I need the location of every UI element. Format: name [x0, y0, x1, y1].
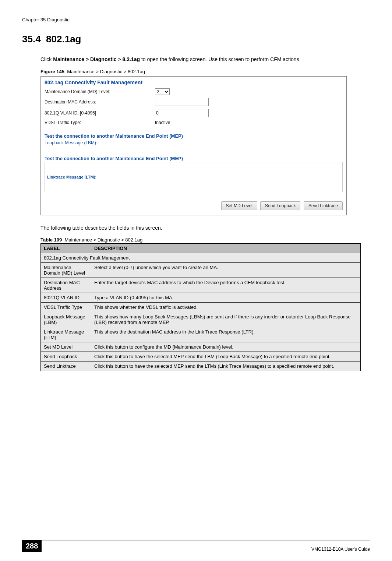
- vdsl-traffic-label: VDSL Traffic Type:: [45, 120, 155, 125]
- table-row: Maintenance Domain (MD) Level: [41, 263, 91, 278]
- table-row: This shows how many Loop Back Messages (…: [91, 312, 361, 327]
- description-table: LABEL DESCRIPTION 802.1ag Connectivity F…: [40, 243, 361, 371]
- table-row: This shows the destination MAC address i…: [91, 327, 361, 342]
- vlan-id-label: 802.1Q VLAN ID: [0-4095]: [45, 110, 155, 116]
- md-level-label: Maintenance Domain (MD) Level:: [45, 89, 155, 94]
- table-caption: Table 109 Maintenance > Diagnostic > 802…: [40, 237, 370, 243]
- table-row: Click this button to have the selected M…: [91, 352, 361, 361]
- figure-caption: Figure 145 Maintenance > Diagnostic > 80…: [40, 69, 370, 74]
- send-loopback-button[interactable]: Send Loopback: [260, 201, 300, 210]
- ltm-table: Linktrace Message (LTM):: [45, 162, 343, 192]
- vlan-id-input[interactable]: [155, 109, 209, 117]
- th-label: LABEL: [41, 244, 91, 253]
- panel-title: 802.1ag Connectivity Fault Management: [41, 77, 346, 87]
- page-number: 288: [22, 540, 42, 552]
- table-caption-text: Maintenance > Diagnostic > 802.1ag: [65, 237, 143, 243]
- intro-text: Click Maintenance > Diagnostic > 8.2.1ag…: [40, 56, 370, 63]
- intro-bold2: 8.2.1ag: [123, 56, 140, 62]
- table-row: 802.1ag Connectivity Fault Management: [41, 253, 361, 263]
- chapter-header: Chapter 35 Diagnostic: [22, 17, 370, 22]
- section-number: 35.4: [22, 33, 41, 45]
- table-row: Send Linktrace: [41, 361, 91, 371]
- table-intro: The following table describes the fields…: [40, 225, 370, 232]
- guide-name: VMG1312-B10A User's Guide: [311, 547, 370, 552]
- table-row: Send Loopback: [41, 352, 91, 361]
- set-md-level-button[interactable]: Set MD Level: [221, 201, 257, 210]
- table-row: Set MD Level: [41, 342, 91, 352]
- section-name: 802.1ag: [46, 33, 81, 45]
- figure-label: Figure 145: [40, 69, 64, 74]
- figure-caption-text: Maintenance > Diagnostic > 802.1ag: [67, 69, 145, 74]
- page-footer: 288 VMG1312-B10A User's Guide: [22, 540, 370, 552]
- table-row: Destination MAC Address: [41, 278, 91, 293]
- section-title: 35.4 802.1ag: [22, 33, 370, 45]
- send-linktrace-button[interactable]: Send Linktrace: [304, 201, 343, 210]
- table-row: 802.1Q VLAN ID: [41, 293, 91, 303]
- table-row: Click this button to configure the MD (M…: [91, 342, 361, 352]
- table-caption-label: Table 109: [40, 237, 62, 243]
- th-desc: DESCRIPTION: [91, 244, 361, 253]
- table-row: Select a level (0-7) under which you wan…: [91, 263, 361, 278]
- dest-mac-input[interactable]: [155, 98, 209, 106]
- lbm-label: Loopback Message (LBM):: [41, 140, 346, 149]
- table-row: Enter the target device's MAC address to…: [91, 278, 361, 293]
- table-row: Loopback Message (LBM): [41, 312, 91, 327]
- table-row: Linktrace Message (LTM): [41, 327, 91, 342]
- intro-prefix: Click: [40, 56, 53, 62]
- table-row: This shows whether the VDSL traffic is a…: [91, 303, 361, 312]
- dest-mac-label: Destination MAC Address:: [45, 99, 155, 105]
- intro-bold1: Maintenance > Diagnostic: [53, 56, 116, 62]
- intro-mid: >: [117, 56, 123, 62]
- md-level-select[interactable]: 2: [155, 88, 170, 95]
- table-row: Type a VLAN ID (0-4095) for this MA.: [91, 293, 361, 303]
- table-row: Click this button to have the selected M…: [91, 361, 361, 371]
- table-row: VDSL Traffic Type: [41, 303, 91, 312]
- figure-screenshot: 802.1ag Connectivity Fault Management Ma…: [40, 76, 347, 215]
- mep-test-2: Test the connection to another Maintenan…: [41, 149, 346, 162]
- intro-rest: to open the following screen. Use this s…: [140, 56, 301, 62]
- mep-test-1: Test the connection to another Maintenan…: [41, 127, 346, 140]
- vdsl-traffic-value: Inactive: [155, 120, 170, 125]
- ltm-label: Linktrace Message (LTM):: [45, 172, 123, 182]
